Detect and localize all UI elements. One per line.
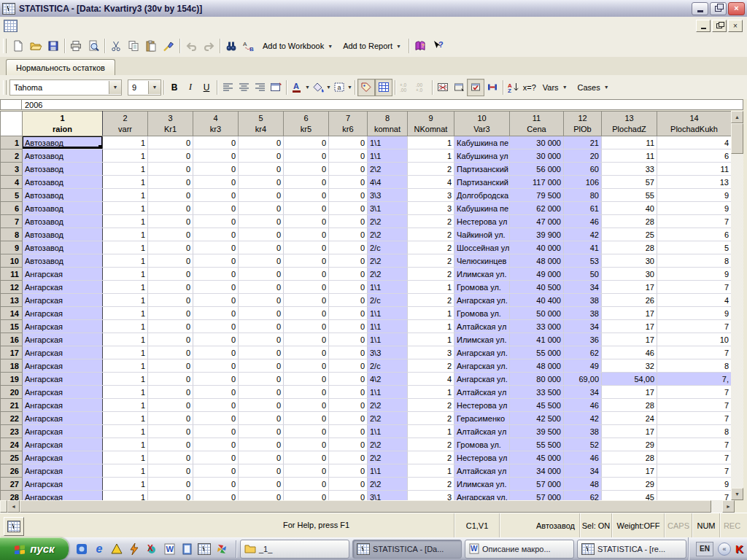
cell-cena[interactable]: 62 000 xyxy=(510,202,564,215)
row-number[interactable]: 22 xyxy=(1,412,23,425)
cell-cena[interactable]: 56 000 xyxy=(510,163,564,176)
cell-kr5[interactable]: 0 xyxy=(284,333,329,346)
cell-kr5[interactable]: 0 xyxy=(284,228,329,241)
cell-kr3[interactable]: 0 xyxy=(193,281,239,294)
cell-kr1[interactable]: 0 xyxy=(148,425,193,438)
cell-var3[interactable]: Нестерова ул xyxy=(454,215,510,228)
variable-query-button[interactable]: x=? xyxy=(522,79,538,96)
cell-varr[interactable]: 1 xyxy=(103,228,148,241)
menu-item[interactable] xyxy=(68,23,80,29)
cell-kr3[interactable]: 0 xyxy=(193,333,239,346)
cell-plochadz[interactable]: 17 xyxy=(602,464,657,478)
cell-varr[interactable]: 1 xyxy=(103,294,148,307)
cell-raion[interactable]: Ангарская xyxy=(23,478,103,491)
cell-var3[interactable]: Челюскинцев xyxy=(454,254,510,268)
cell-komnat[interactable]: 1\1 xyxy=(368,386,408,399)
cell-var3[interactable]: Партизанский xyxy=(454,176,510,189)
cell-raion[interactable]: Автозавод xyxy=(23,163,103,176)
cell-raion[interactable]: Ангарская xyxy=(23,464,103,478)
vertical-scrollbar[interactable]: ▲ ▼ xyxy=(731,111,743,500)
horizontal-scrollbar[interactable]: ◄ ► xyxy=(0,500,735,513)
cell-plob[interactable]: 38 xyxy=(564,307,602,320)
cell-komnat[interactable]: 1\1 xyxy=(368,320,408,333)
column-header[interactable]: 11 Cena xyxy=(510,112,564,136)
cell-komnat[interactable]: 1\1 xyxy=(368,464,408,478)
cell-kr3[interactable]: 0 xyxy=(193,491,239,501)
cell-kr3[interactable]: 0 xyxy=(193,228,239,241)
cell-nkomnat[interactable]: 1 xyxy=(408,149,454,163)
cell-plochadz[interactable]: 26 xyxy=(602,294,657,307)
cell-raion[interactable]: Автозавод xyxy=(23,136,103,149)
cell-komnat[interactable]: 2\2 xyxy=(368,412,408,425)
cell-kr5[interactable]: 0 xyxy=(284,176,329,189)
cell-kr5[interactable]: 0 xyxy=(284,438,329,451)
font-size-select[interactable]: 9 ▼ xyxy=(128,79,161,96)
cell-nkomnat[interactable]: 3 xyxy=(408,189,454,202)
find-icon[interactable] xyxy=(222,38,240,55)
cell-plochadz[interactable]: 46 xyxy=(602,346,657,359)
internet-explorer-icon[interactable]: e xyxy=(92,542,107,556)
menu-item[interactable] xyxy=(56,23,68,29)
cell-plochadkukh[interactable]: 9 xyxy=(657,307,732,320)
restore-button[interactable] xyxy=(710,2,727,15)
cell-plochadz[interactable]: 11 xyxy=(602,136,657,149)
cell-plob[interactable]: 38 xyxy=(564,425,602,438)
close-button[interactable]: × xyxy=(728,2,745,15)
add-to-workbook-button[interactable]: Add to Workbook ▼ xyxy=(258,38,338,54)
cell-kr5[interactable]: 0 xyxy=(284,254,329,268)
word-icon[interactable]: W xyxy=(162,542,177,556)
cell-kr5[interactable]: 0 xyxy=(284,241,329,254)
underline-button[interactable]: U xyxy=(198,79,214,96)
cell-kr6[interactable]: 0 xyxy=(329,425,368,438)
cell-var3[interactable]: Громова ул. xyxy=(454,307,510,320)
cell-kr4[interactable]: 0 xyxy=(239,438,284,451)
row-number[interactable]: 8 xyxy=(1,228,23,241)
cell-kr1[interactable]: 0 xyxy=(148,215,193,228)
cell-plochadz[interactable]: 33 xyxy=(602,163,657,176)
cell-kr6[interactable]: 0 xyxy=(329,307,368,320)
chevron-down-icon[interactable]: ▼ xyxy=(326,85,331,90)
cell-kr1[interactable]: 0 xyxy=(148,307,193,320)
cell-plochadkukh[interactable]: 10 xyxy=(657,333,732,346)
cell-plochadkukh[interactable]: 6 xyxy=(657,228,732,241)
cell-komnat[interactable]: 2/c xyxy=(368,294,408,307)
xtra-icon[interactable]: X xyxy=(144,542,159,556)
cell-kr3[interactable]: 0 xyxy=(193,268,239,281)
cell-plob[interactable]: 49 xyxy=(564,359,602,373)
cell-kr1[interactable]: 0 xyxy=(148,438,193,451)
cell-kr5[interactable]: 0 xyxy=(284,451,329,464)
cell-cena[interactable]: 30 000 xyxy=(510,136,564,149)
cell-plob[interactable]: 61 xyxy=(564,202,602,215)
cell-kr4[interactable]: 0 xyxy=(239,478,284,491)
cell-kr5[interactable]: 0 xyxy=(284,294,329,307)
cell-kr6[interactable]: 0 xyxy=(329,373,368,386)
chevron-down-icon[interactable]: ▼ xyxy=(148,81,160,94)
cell-var3[interactable]: Илимская ул. xyxy=(454,478,510,491)
cell-plochadz[interactable]: 28 xyxy=(602,451,657,464)
cell-cena[interactable]: 57 000 xyxy=(510,478,564,491)
format-painter-icon[interactable] xyxy=(160,38,177,55)
kaspersky-tray-icon[interactable]: K xyxy=(735,542,743,555)
cell-komnat[interactable]: 1\1 xyxy=(368,307,408,320)
cell-plochadkukh[interactable]: 9 xyxy=(657,202,732,215)
cell-plochadz[interactable]: 11 xyxy=(602,149,657,163)
cell-kr4[interactable]: 0 xyxy=(239,281,284,294)
menu-item[interactable] xyxy=(126,23,138,29)
menu-item[interactable] xyxy=(33,23,44,29)
cell-nkomnat[interactable]: 1 xyxy=(408,136,454,149)
cell-kr3[interactable]: 0 xyxy=(193,425,239,438)
cell-plob[interactable]: 60 xyxy=(564,163,602,176)
cell-plochadz[interactable]: 30 xyxy=(602,268,657,281)
cell-plochadkukh[interactable]: 8 xyxy=(657,359,732,373)
tag-icon[interactable] xyxy=(357,79,375,96)
cell-plob[interactable]: 38 xyxy=(564,294,602,307)
cell-plochadkukh[interactable]: 7 xyxy=(657,320,732,333)
cell-plochadkukh[interactable]: 7 xyxy=(657,491,732,501)
column-header[interactable]: 7 kr6 xyxy=(329,112,368,136)
menu-item[interactable] xyxy=(91,23,103,29)
cell-nkomnat[interactable]: 2 xyxy=(408,451,454,464)
cell-kr5[interactable]: 0 xyxy=(284,359,329,373)
cell-var3[interactable]: Ангарская ул. xyxy=(454,491,510,501)
lightning-icon[interactable] xyxy=(127,542,142,556)
cell-plochadz[interactable]: 30 xyxy=(602,254,657,268)
